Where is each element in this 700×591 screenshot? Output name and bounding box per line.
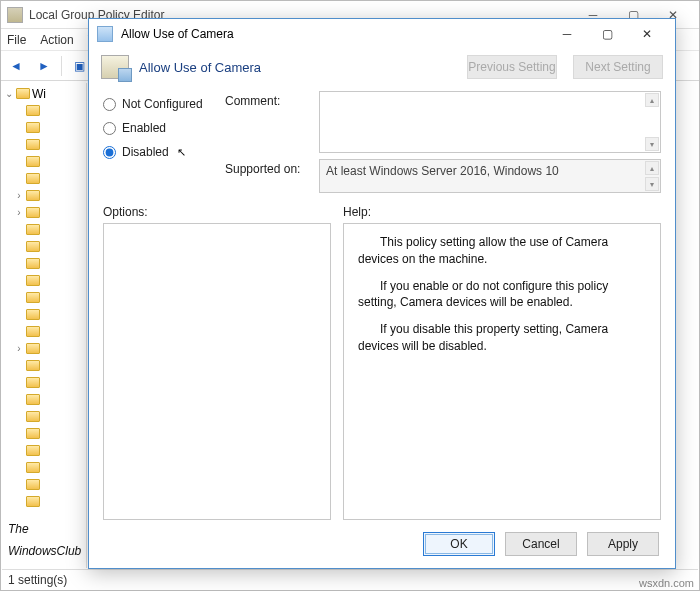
menu-file[interactable]: File [7, 33, 26, 47]
dialog-minimize-button[interactable]: ─ [547, 20, 587, 48]
menu-action[interactable]: Action [40, 33, 73, 47]
tree-pane[interactable]: ⌄ Wi › › › [2, 83, 87, 568]
brand-text-a: The [8, 522, 29, 536]
folder-icon [16, 88, 30, 99]
tree-item[interactable] [4, 493, 86, 510]
tree-root-row[interactable]: ⌄ Wi [4, 85, 86, 102]
scroll-down-icon[interactable]: ▾ [645, 137, 659, 151]
apply-button[interactable]: Apply [587, 532, 659, 556]
radio-disabled-input[interactable] [103, 146, 116, 159]
folder-icon [26, 496, 40, 507]
site-watermark: wsxdn.com [639, 577, 694, 589]
options-label: Options: [103, 205, 331, 219]
help-paragraph: If you disable this property setting, Ca… [358, 321, 646, 355]
status-text: 1 setting(s) [8, 573, 67, 587]
radio-not-configured[interactable]: Not Configured [103, 97, 213, 111]
tree-item[interactable] [4, 289, 86, 306]
dialog-header: Allow Use of Camera Previous Setting Nex… [89, 49, 675, 85]
options-panel[interactable] [103, 223, 331, 520]
folder-icon [26, 190, 40, 201]
tree-item[interactable] [4, 459, 86, 476]
dialog-close-button[interactable]: ✕ [627, 20, 667, 48]
policy-dialog: Allow Use of Camera ─ ▢ ✕ Allow Use of C… [88, 18, 676, 569]
folder-icon [26, 173, 40, 184]
tree-item[interactable] [4, 136, 86, 153]
tree-item[interactable] [4, 272, 86, 289]
policy-header-icon [101, 55, 129, 79]
folder-icon [26, 122, 40, 133]
tree-item[interactable] [4, 357, 86, 374]
tree-item[interactable] [4, 374, 86, 391]
folder-icon [26, 292, 40, 303]
next-setting-button[interactable]: Next Setting [573, 55, 663, 79]
previous-setting-button[interactable]: Previous Setting [467, 55, 557, 79]
radio-not-configured-label: Not Configured [122, 97, 203, 111]
gpedit-icon [7, 7, 23, 23]
tree-item[interactable] [4, 306, 86, 323]
help-paragraph: If you enable or do not configure this p… [358, 278, 646, 312]
tree-item[interactable] [4, 153, 86, 170]
watermark-logo: The WindowsClub [0, 511, 89, 563]
expander-icon[interactable]: › [14, 207, 24, 218]
radio-enabled[interactable]: Enabled [103, 121, 213, 135]
state-radio-group: Not Configured Enabled Disabled ↖ [103, 91, 213, 193]
tree-item[interactable] [4, 170, 86, 187]
dialog-titlebar[interactable]: Allow Use of Camera ─ ▢ ✕ [89, 19, 675, 49]
tree-item[interactable]: › [4, 204, 86, 221]
brand-text-b: WindowsClub [8, 544, 81, 558]
tree-item[interactable] [4, 476, 86, 493]
folder-icon [26, 479, 40, 490]
tree-item[interactable] [4, 102, 86, 119]
comment-label: Comment: [225, 91, 311, 108]
cursor-icon: ↖ [177, 146, 186, 159]
tree-item[interactable] [4, 323, 86, 340]
folder-icon [26, 275, 40, 286]
folder-icon [26, 462, 40, 473]
supported-on-box: At least Windows Server 2016, Windows 10… [319, 159, 661, 193]
statusbar: 1 setting(s) [2, 569, 698, 590]
scroll-down-icon[interactable]: ▾ [645, 177, 659, 191]
supported-on-text: At least Windows Server 2016, Windows 10 [326, 164, 559, 178]
tree-item[interactable] [4, 425, 86, 442]
ok-button[interactable]: OK [423, 532, 495, 556]
scroll-up-icon[interactable]: ▴ [645, 93, 659, 107]
radio-enabled-label: Enabled [122, 121, 166, 135]
scroll-up-icon[interactable]: ▴ [645, 161, 659, 175]
radio-enabled-input[interactable] [103, 122, 116, 135]
tree-item[interactable] [4, 119, 86, 136]
tree-item[interactable] [4, 221, 86, 238]
folder-icon [26, 394, 40, 405]
folder-icon [26, 207, 40, 218]
expander-icon[interactable]: › [14, 190, 24, 201]
help-label: Help: [343, 205, 661, 219]
tree-item[interactable] [4, 255, 86, 272]
expander-icon[interactable]: › [14, 343, 24, 354]
folder-icon [26, 445, 40, 456]
dialog-body: Not Configured Enabled Disabled ↖ Commen… [89, 85, 675, 520]
folder-icon [26, 360, 40, 371]
folder-icon [26, 241, 40, 252]
radio-disabled-label: Disabled [122, 145, 169, 159]
folder-icon [26, 343, 40, 354]
toolbar-up-icon[interactable]: ▣ [68, 55, 90, 77]
tree-item[interactable] [4, 408, 86, 425]
help-panel: This policy setting allow the use of Cam… [343, 223, 661, 520]
tree-item[interactable]: › [4, 340, 86, 357]
radio-disabled[interactable]: Disabled ↖ [103, 145, 213, 159]
toolbar-divider [61, 56, 62, 76]
expander-icon[interactable]: ⌄ [4, 88, 14, 99]
comment-textarea[interactable]: ▴ ▾ [319, 91, 661, 153]
tree-item[interactable]: › [4, 187, 86, 204]
dialog-maximize-button[interactable]: ▢ [587, 20, 627, 48]
radio-not-configured-input[interactable] [103, 98, 116, 111]
tree-item[interactable] [4, 442, 86, 459]
cancel-button[interactable]: Cancel [505, 532, 577, 556]
tree-item[interactable] [4, 238, 86, 255]
tree-item[interactable] [4, 391, 86, 408]
nav-forward-button[interactable]: ► [33, 55, 55, 77]
tree-root-label: Wi [32, 87, 46, 101]
policy-header-title: Allow Use of Camera [139, 60, 451, 75]
nav-back-button[interactable]: ◄ [5, 55, 27, 77]
folder-icon [26, 156, 40, 167]
folder-icon [26, 428, 40, 439]
